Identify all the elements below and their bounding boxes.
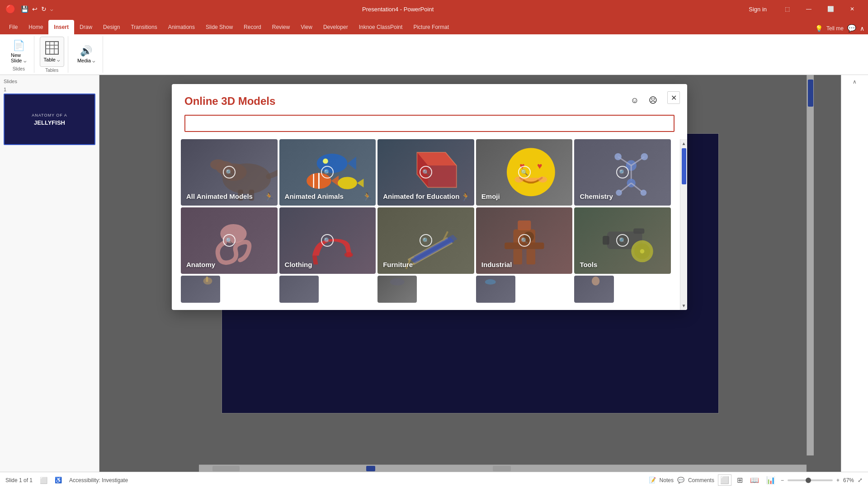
category-tools[interactable]: 🔍 Tools (574, 207, 671, 274)
category-clothing[interactable]: 🔍 Clothing (279, 207, 376, 274)
fit-to-window-icon[interactable]: ⤢ (858, 477, 863, 483)
collapse-panel-icon[interactable]: ∧ (851, 77, 859, 87)
table-label: Table ⌵ (44, 57, 60, 63)
svg-point-58 (485, 279, 496, 285)
titlebar-title: Presentation4 - PowerPoint (53, 6, 742, 13)
ribbon-tabs: File Home Insert Draw Design Transitions… (0, 18, 868, 34)
tab-insert[interactable]: Insert (48, 20, 74, 34)
search-icon-industrial: 🔍 (518, 234, 531, 247)
reading-view-icon[interactable]: 📖 (748, 475, 761, 485)
zoom-slider-thumb[interactable] (806, 478, 811, 483)
happy-feedback-button[interactable]: ☺ (627, 93, 642, 108)
table-button[interactable]: Table ⌵ (40, 37, 64, 67)
svg-line-33 (632, 183, 642, 192)
search-input-wrap (184, 115, 675, 132)
search-icon-emoji: 🔍 (518, 166, 531, 178)
category-label-all-animated: All Animated Models (186, 192, 253, 200)
anim-icon-all-animated: 🏃 (264, 192, 274, 202)
search-icon-chemistry: 🔍 (616, 166, 629, 178)
modal-scrollbar[interactable]: ▲ ▼ (680, 139, 687, 310)
category-all-animated[interactable]: 🔍 All Animated Models 🏃 (181, 139, 278, 206)
modal-close-button[interactable]: ✕ (667, 91, 680, 104)
sad-feedback-button[interactable]: ☹ (646, 93, 660, 108)
svg-point-38 (344, 252, 353, 258)
category-industrial[interactable]: 🔍 Industrial (476, 207, 573, 274)
category-label-animated-education: Animated for Education (383, 192, 459, 200)
zoom-slider[interactable] (788, 479, 833, 481)
category-bottom-2[interactable] (279, 276, 319, 303)
tab-file[interactable]: File (4, 20, 23, 34)
table-icon (45, 41, 59, 56)
quick-access-icon[interactable]: ⌵ (50, 6, 53, 12)
category-label-clothing: Clothing (285, 261, 312, 268)
notes-label[interactable]: Notes (660, 477, 674, 483)
right-panel: ∧ (841, 75, 868, 472)
anim-icon-animated-education: 🏃 (461, 192, 471, 202)
minimize-button[interactable]: — (798, 0, 819, 18)
comments-label[interactable]: Comments (688, 477, 714, 483)
category-bottom-1[interactable] (181, 276, 220, 303)
svg-point-30 (615, 153, 622, 160)
normal-view-icon[interactable]: ⬜ (718, 474, 731, 486)
tab-inknoe[interactable]: Inknoe ClassPoint (354, 20, 408, 34)
category-animated-education[interactable]: 🔍 Animated for Education 🏃 (377, 139, 474, 206)
svg-rect-44 (518, 221, 531, 230)
modal-scrollbar-thumb[interactable] (682, 148, 686, 184)
save-titlebar-icon[interactable]: 💾 (21, 5, 28, 13)
slide-thumb-title: ANATOMY OF A (32, 113, 67, 117)
restore-window-button[interactable]: ⬚ (777, 0, 797, 18)
media-icon: 🔊 (80, 45, 92, 57)
category-label-anatomy: Anatomy (186, 261, 215, 268)
tab-draw[interactable]: Draw (74, 20, 98, 34)
slide-1-thumbnail[interactable]: ANATOMY OF A JELLYFISH (4, 94, 95, 145)
category-anatomy[interactable]: 🔍 Anatomy (181, 207, 278, 274)
collapse-ribbon-icon[interactable]: ∧ (860, 25, 864, 32)
accessibility-label[interactable]: Accessibility: Investigate (69, 477, 128, 483)
tables-group-label: Tables (45, 68, 58, 73)
new-slide-button[interactable]: 📄 NewSlide ⌵ (7, 38, 30, 66)
tab-transitions[interactable]: Transitions (125, 20, 162, 34)
category-label-industrial: Industrial (481, 261, 512, 268)
media-button[interactable]: 🔊 Media ⌵ (74, 43, 99, 66)
undo-titlebar-icon[interactable]: ↩ (32, 5, 38, 13)
tab-review[interactable]: Review (267, 20, 295, 34)
modal-grid-container[interactable]: 🔍 All Animated Models 🏃 (172, 139, 680, 310)
category-emoji[interactable]: ♥ ♥ 🔍 Emoji (476, 139, 573, 206)
tab-home[interactable]: Home (23, 20, 48, 34)
slides-group-label: Slides (13, 66, 25, 71)
redo-titlebar-icon[interactable]: ↻ (41, 5, 47, 13)
maximize-button[interactable]: ⬜ (820, 0, 841, 18)
tab-design[interactable]: Design (98, 20, 125, 34)
tab-developer[interactable]: Developer (318, 20, 354, 34)
slides-panel: Slides 1 ANATOMY OF A JELLYFISH (0, 75, 99, 472)
category-bottom-4[interactable] (476, 276, 515, 303)
category-chemistry[interactable]: 🔍 Chemistry (574, 139, 671, 206)
tell-me-label[interactable]: Tell me (826, 25, 844, 32)
svg-rect-47 (513, 249, 522, 264)
tab-animations[interactable]: Animations (163, 20, 200, 34)
slide-view-icon[interactable]: ⬜ (40, 477, 47, 484)
slide-thumb-subtitle: JELLYFISH (34, 119, 65, 126)
search-input[interactable] (190, 120, 669, 127)
comments-ribbon-icon[interactable]: 💬 (847, 24, 856, 33)
tab-record[interactable]: Record (238, 20, 267, 34)
modal-emoji-buttons: ☺ ☹ (627, 93, 660, 108)
svg-point-36 (616, 190, 623, 196)
presenter-view-icon[interactable]: 📊 (764, 475, 777, 485)
zoom-level[interactable]: 67% (843, 477, 854, 483)
zoom-out-icon[interactable]: − (781, 477, 784, 483)
zoom-in-icon[interactable]: + (836, 477, 840, 483)
svg-point-12 (323, 159, 328, 164)
svg-point-21 (507, 148, 555, 196)
tab-picture-format[interactable]: Picture Format (408, 20, 454, 34)
category-bottom-3[interactable] (377, 276, 417, 303)
category-bottom-5[interactable] (574, 276, 613, 303)
close-button[interactable]: ✕ (842, 0, 863, 18)
modal-header: Online 3D Models ☺ ☹ ✕ (172, 84, 687, 115)
category-animated-animals[interactable]: 🔍 Animated Animals 🏃 (279, 139, 376, 206)
tab-slideshow[interactable]: Slide Show (200, 20, 238, 34)
sign-in-button[interactable]: Sign in (742, 4, 773, 15)
tab-view[interactable]: View (295, 20, 318, 34)
category-furniture[interactable]: 🔍 Furniture (377, 207, 474, 274)
slide-sorter-icon[interactable]: ⊞ (735, 475, 745, 485)
